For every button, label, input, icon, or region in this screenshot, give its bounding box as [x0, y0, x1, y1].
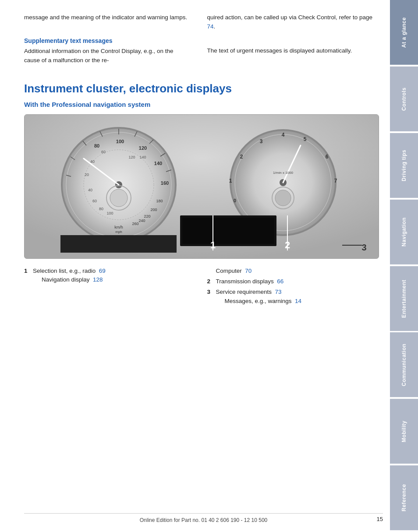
supplementary-heading: Supplementary text messages	[24, 37, 190, 44]
link-66[interactable]: 66	[277, 278, 283, 285]
caption-col-left: 1 Selection list, e.g., radio 69 Navigat…	[24, 267, 190, 307]
svg-text:7: 7	[334, 178, 337, 184]
caption-item-2: 2 Transmission displays 66	[207, 277, 373, 286]
sidebar-tab-communication[interactable]: Communication	[390, 332, 418, 397]
caption-computer: Computer 70	[207, 267, 373, 275]
svg-text:3: 3	[361, 243, 366, 252]
link-73[interactable]: 73	[275, 289, 282, 295]
page-number: 15	[377, 516, 383, 522]
svg-text:5: 5	[304, 136, 307, 142]
svg-text:240: 240	[138, 218, 145, 223]
caption-text-computer: Computer 70	[216, 267, 252, 275]
svg-text:80: 80	[99, 207, 103, 211]
svg-text:180: 180	[156, 199, 163, 203]
svg-text:2: 2	[240, 154, 243, 160]
svg-point-52	[275, 190, 291, 206]
svg-text:3: 3	[260, 138, 263, 144]
svg-text:260: 260	[132, 222, 138, 226]
sidebar-tab-entertainment[interactable]: Entertainment	[390, 266, 418, 331]
sidebar-tab-driving-tips[interactable]: Driving tips	[390, 133, 418, 198]
intro-text-left: message and the meaning of the indicator…	[24, 13, 190, 22]
svg-text:6: 6	[326, 154, 329, 160]
svg-text:4: 4	[282, 132, 285, 138]
captions-section: 1 Selection list, e.g., radio 69 Navigat…	[24, 267, 372, 307]
link-14[interactable]: 14	[295, 298, 301, 304]
link-128[interactable]: 128	[93, 276, 103, 283]
instrument-cluster-image: km/h mph 80 100 120 140 160 180 200 220 …	[24, 114, 379, 259]
svg-text:220: 220	[144, 214, 150, 218]
svg-text:100: 100	[106, 211, 113, 215]
page-footer: Online Edition for Part no. 01 40 2 606 …	[24, 513, 383, 523]
svg-point-28	[110, 189, 128, 207]
caption-col-right: Computer 70 2 Transmission displays 66 3…	[207, 267, 373, 307]
link-70[interactable]: 70	[245, 268, 252, 274]
svg-text:160: 160	[161, 180, 169, 186]
svg-text:120: 120	[128, 155, 135, 159]
svg-text:60: 60	[92, 199, 97, 203]
caption-num-2: 2	[207, 277, 216, 286]
svg-rect-44	[60, 235, 177, 253]
svg-text:mph: mph	[115, 230, 122, 234]
caption-num-1: 1	[24, 267, 33, 275]
sidebar-tab-reference[interactable]: Reference	[390, 465, 418, 530]
supplementary-body: Additional information on the Control Di…	[24, 47, 190, 65]
svg-rect-43	[182, 218, 274, 244]
svg-text:140: 140	[139, 155, 146, 159]
svg-text:200: 200	[150, 208, 157, 212]
svg-text:120: 120	[139, 145, 147, 151]
svg-text:40: 40	[90, 159, 95, 164]
link-69[interactable]: 69	[99, 268, 106, 274]
footer-text: Online Edition for Part no. 01 40 2 606 …	[140, 517, 268, 523]
svg-text:km/h: km/h	[114, 225, 123, 229]
caption-text-3: Service requirements 73 Messages, e.g., …	[216, 288, 302, 306]
svg-text:140: 140	[154, 161, 162, 166]
svg-text:1/min x 1000: 1/min x 1000	[273, 171, 293, 175]
link-74[interactable]: 74	[207, 23, 214, 30]
svg-text:0: 0	[234, 198, 236, 203]
svg-text:1: 1	[229, 178, 232, 184]
caption-num-3: 3	[207, 288, 216, 296]
caption-text-2: Transmission displays 66	[216, 277, 284, 286]
urgent-messages-text: The text of urgent messages is displayed…	[207, 46, 373, 56]
caption-text-1: Selection list, e.g., radio 69 Navigatio…	[33, 267, 106, 285]
svg-text:80: 80	[94, 143, 99, 148]
caption-item-1: 1 Selection list, e.g., radio 69 Navigat…	[24, 267, 190, 285]
intro-text-right: quired action, can be called up via Chec…	[207, 13, 373, 32]
svg-text:100: 100	[116, 139, 124, 144]
caption-item-3: 3 Service requirements 73 Messages, e.g.…	[207, 288, 373, 306]
svg-text:40: 40	[88, 188, 92, 192]
sidebar-tab-mobility[interactable]: Mobility	[390, 399, 418, 464]
sidebar-tab-navigation[interactable]: Navigation	[390, 200, 418, 264]
svg-text:20: 20	[85, 173, 89, 177]
sidebar-tab-at-a-glance[interactable]: At a glance	[390, 0, 418, 65]
sidebar-tab-controls[interactable]: Controls	[390, 67, 418, 131]
caption-num-blank	[207, 267, 216, 275]
svg-text:60: 60	[101, 150, 106, 154]
sidebar: At a glance Controls Driving tips Naviga…	[390, 0, 418, 532]
sub-heading: With the Professional navigation system	[24, 101, 372, 108]
main-heading: Instrument cluster, electronic displays	[24, 82, 372, 95]
